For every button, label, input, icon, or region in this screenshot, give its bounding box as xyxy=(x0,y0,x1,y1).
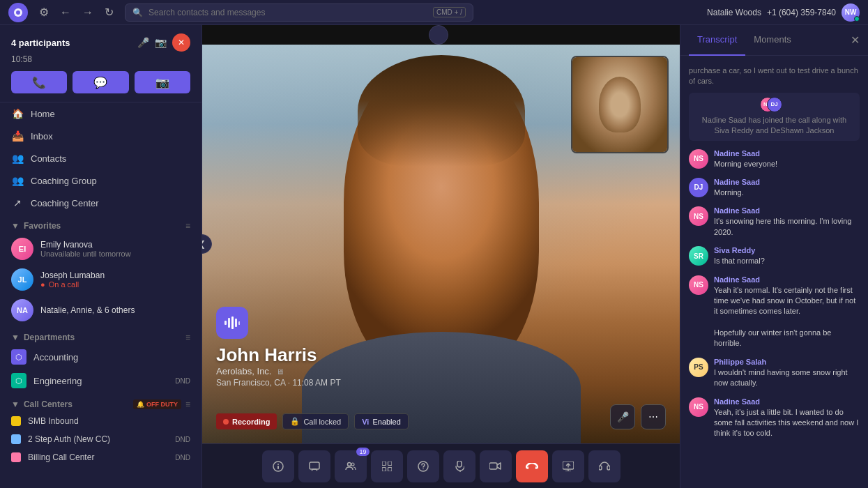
departments-toggle[interactable]: ▼ Departments xyxy=(11,333,75,342)
svg-rect-9 xyxy=(277,464,279,465)
search-input[interactable] xyxy=(149,8,427,17)
recording-label: Recording xyxy=(232,418,270,426)
smb-dot xyxy=(11,416,21,426)
natalie-group-avatar: NA xyxy=(11,299,33,321)
panel-close-button[interactable]: ✕ xyxy=(851,33,860,47)
tab-transcript[interactable]: Transcript xyxy=(689,25,745,56)
participants-count-badge: 19 xyxy=(356,448,369,456)
settings-icon[interactable]: ⚙ xyxy=(36,3,52,22)
favorites-toggle[interactable]: ▼ Favorites xyxy=(11,221,61,231)
favorite-item-natalie-group[interactable]: NA Natalie, Annie, & 6 others xyxy=(0,295,201,326)
nav-controls: ⚙ ← → ↻ xyxy=(36,3,116,22)
collapse-sidebar-button[interactable] xyxy=(429,25,448,45)
call-info-panel: 4 participants 🎤 📷 ✕ 10:58 📞 💬 📷 xyxy=(0,25,201,102)
recording-badge: Recording xyxy=(216,413,277,429)
svg-point-11 xyxy=(347,462,351,466)
caller-location: San Francisco, CA · 11:08 AM PT xyxy=(216,378,341,388)
waveform-icon xyxy=(216,307,248,339)
joseph-avatar: JL xyxy=(11,268,33,291)
msg-avatar-ns4: NS xyxy=(689,397,708,417)
svg-point-12 xyxy=(351,463,354,466)
svg-point-1 xyxy=(16,10,20,15)
natalie-group-info: Natalie, Annie, & 6 others xyxy=(40,305,190,315)
billing-label: Billing Call Center xyxy=(28,452,94,462)
system-message: NS DJ Nadine Saad has joined the call al… xyxy=(689,93,860,141)
coaching-center-icon: ↗ xyxy=(11,197,24,208)
participants-count: 4 participants xyxy=(11,38,70,48)
transcript-msg-7: NS Nadine Saad Yeah, it's just a little … xyxy=(689,397,860,439)
sidebar-item-contacts[interactable]: 👥 Contacts xyxy=(0,147,201,169)
departments-edit-icon[interactable]: ≡ xyxy=(185,333,190,342)
sidebar-item-coaching-center[interactable]: ↗ Coaching Center xyxy=(0,192,201,214)
end-call-small-button[interactable]: ✕ xyxy=(172,33,190,52)
refresh-button[interactable]: ↻ xyxy=(102,3,116,22)
transcript-scroll[interactable]: purchase a car, so I went out to test dr… xyxy=(680,56,868,488)
dept-item-engineering[interactable]: ⬡ Engineering DND xyxy=(0,369,201,392)
camera-button[interactable] xyxy=(480,450,512,482)
headset-button[interactable] xyxy=(588,450,620,482)
online-status-dot xyxy=(854,16,860,22)
end-call-toolbar-button[interactable] xyxy=(516,450,548,482)
call-phone-button[interactable]: 📞 xyxy=(11,71,67,93)
video-mute-button[interactable]: 🎤 xyxy=(610,404,635,429)
msg-content-3: Nadine Saad It's snowing here this morni… xyxy=(714,206,860,238)
info-button[interactable] xyxy=(262,450,294,482)
transcript-msg-4: SR Siva Reddy Is that normal? xyxy=(689,246,860,266)
departments-actions: ≡ xyxy=(185,333,190,342)
search-icon: 🔍 xyxy=(132,8,143,17)
call-video-button[interactable]: 📷 xyxy=(135,71,190,93)
svg-rect-21 xyxy=(489,463,497,469)
tab-moments[interactable]: Moments xyxy=(745,25,799,56)
cc-item-smb[interactable]: SMB Inbound xyxy=(0,412,201,430)
msg-avatar-ns3: NS xyxy=(689,275,708,295)
cc-item-billing[interactable]: Billing Call Center DND xyxy=(0,448,201,466)
call-centers-toggle[interactable]: ▼ Call Centers xyxy=(11,399,73,409)
svg-rect-4 xyxy=(231,317,234,329)
user-info: Natalie Woods +1 (604) 359-7840 NW xyxy=(707,3,860,22)
share-screen-button[interactable] xyxy=(552,450,584,482)
msg-avatar-ps: PS xyxy=(689,358,708,377)
sidebar-item-home[interactable]: 🏠 Home xyxy=(0,102,201,125)
svg-rect-15 xyxy=(382,467,386,471)
msg-avatar-dj: DJ xyxy=(689,178,708,197)
msg-content-1: Nadine Saad Morning everyone! xyxy=(714,149,860,169)
msg-sender-2: Nadine Saad xyxy=(714,178,860,186)
call-centers-edit-icon[interactable]: ≡ xyxy=(185,399,190,409)
sidebar-item-inbox[interactable]: 📥 Inbox xyxy=(0,125,201,147)
msg-text-6: I wouldn't mind having some snow right n… xyxy=(714,367,860,389)
back-button[interactable]: ← xyxy=(57,3,74,22)
chat-button[interactable] xyxy=(298,450,330,482)
msg-text-2: Morning. xyxy=(714,188,860,198)
pip-video xyxy=(571,56,669,153)
accounting-label: Accounting xyxy=(33,352,78,363)
sidebar-item-coaching-group[interactable]: 👥 Coaching Group xyxy=(0,169,201,192)
svg-rect-19 xyxy=(457,461,462,467)
video-more-button[interactable]: ⋯ xyxy=(641,404,666,429)
grid-button[interactable] xyxy=(371,450,403,482)
favorites-edit-icon[interactable]: ≡ xyxy=(185,221,190,231)
joseph-info: Joseph Lumaban ● On a call xyxy=(40,270,190,289)
mute-button[interactable] xyxy=(443,450,475,482)
favorite-item-emily[interactable]: EI Emily Ivanova Unavailable until tomor… xyxy=(0,234,201,264)
lock-icon: 🔒 xyxy=(290,417,300,426)
cc-item-2step[interactable]: 2 Step Auth (New CC) DND xyxy=(0,430,201,448)
video-icon[interactable]: 📷 xyxy=(155,37,167,48)
video-controls-overlay: 🎤 ⋯ xyxy=(610,404,666,429)
msg-sender-6: Philippe Salah xyxy=(714,358,860,366)
call-centers-header: ▼ Call Centers 🔔 OFF DUTY ≡ xyxy=(0,392,201,412)
call-status-badges: Recording 🔒 Call locked Vi Enabled xyxy=(216,413,409,429)
msg-avatar-ns1: NS xyxy=(689,149,708,169)
mic-icon[interactable]: 🎤 xyxy=(137,37,149,48)
svg-rect-6 xyxy=(238,321,240,325)
vi-enabled-badge: Vi Enabled xyxy=(354,413,409,429)
help-button[interactable] xyxy=(407,450,439,482)
forward-button[interactable]: → xyxy=(79,3,96,22)
inbox-icon: 📥 xyxy=(11,130,24,142)
call-message-button[interactable]: 💬 xyxy=(73,71,128,93)
dept-item-accounting[interactable]: ⬡ Accounting xyxy=(0,345,201,369)
msg-sender-7: Nadine Saad xyxy=(714,397,860,406)
participants-button[interactable]: 19 xyxy=(335,450,367,482)
call-centers-chevron: ▼ xyxy=(11,399,20,409)
video-area: ❮ xyxy=(202,45,680,443)
favorite-item-joseph[interactable]: JL Joseph Lumaban ● On a call xyxy=(0,264,201,295)
